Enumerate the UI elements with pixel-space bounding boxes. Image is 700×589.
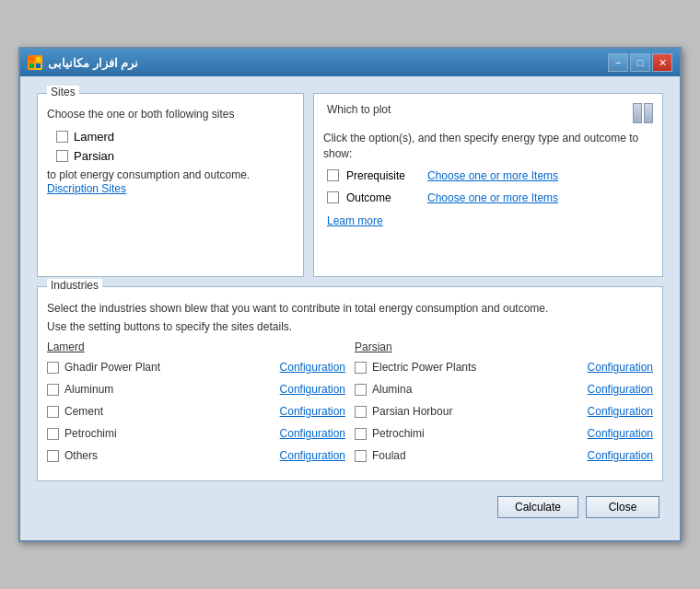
- lamerd-column: Lamerd Ghadir Power Plant Configuration …: [47, 341, 345, 471]
- industries-panel: Industries Select the industries shown b…: [37, 286, 663, 481]
- ghadir-label: Ghadir Power Plant: [64, 361, 274, 374]
- petrochimi-l-label: Petrochimi: [64, 427, 274, 440]
- prerequisite-label: Prerequisite: [346, 169, 420, 182]
- petrochimi-p-config-link[interactable]: Configuration: [588, 427, 653, 440]
- window-body: Sites Choose the one or both following s…: [20, 76, 680, 540]
- list-item: Petrochimi Configuration: [355, 427, 653, 440]
- window-title: نرم افزار مکانیابی: [48, 56, 138, 70]
- sites-footer-text: to plot energy consumption and outcome.: [47, 168, 294, 181]
- parsian-label: Parsian: [74, 149, 114, 163]
- learn-more-link[interactable]: Leam more: [327, 214, 383, 227]
- industries-panel-title: Industries: [47, 279, 102, 292]
- maximize-button[interactable]: □: [630, 53, 650, 72]
- lamerd-checkbox[interactable]: [56, 131, 68, 143]
- discription-sites-link[interactable]: Discription Sites: [47, 182, 126, 195]
- parsian-column: Parsian Electric Power Plants Configurat…: [355, 341, 653, 471]
- icon-bar-2: [644, 103, 653, 123]
- petrochimi-p-label: Petrochimi: [372, 427, 582, 440]
- parsian-column-header: Parsian: [355, 341, 653, 353]
- lamerd-column-header: Lamerd: [47, 341, 345, 353]
- alumina-config-link[interactable]: Configuration: [588, 383, 653, 396]
- prerequisite-link[interactable]: Choose one or more Items: [427, 169, 558, 182]
- aluminum-checkbox[interactable]: [47, 384, 59, 396]
- others-label: Others: [64, 449, 274, 462]
- app-icon: [28, 55, 42, 70]
- harbour-checkbox[interactable]: [355, 406, 367, 418]
- minimize-button[interactable]: −: [608, 53, 628, 72]
- list-item: Ghadir Power Plant Configuration: [47, 361, 345, 374]
- petrochimi-p-checkbox[interactable]: [355, 428, 367, 440]
- industries-desc2: Use the setting buttons to specify the s…: [47, 318, 653, 335]
- petrochimi-l-checkbox[interactable]: [47, 428, 59, 440]
- prerequisite-row: Prerequisite Choose one or more Items: [327, 169, 653, 182]
- others-checkbox[interactable]: [47, 450, 59, 462]
- aluminum-config-link[interactable]: Configuration: [280, 383, 345, 396]
- learn-more-row: Leam more: [327, 214, 653, 227]
- list-item: Alumina Configuration: [355, 383, 653, 396]
- which-panel: Which to plot Click the option(s), and t…: [313, 93, 663, 277]
- bottom-bar: Calculate Close: [37, 491, 663, 524]
- cement-checkbox[interactable]: [47, 406, 59, 418]
- lamerd-row: Lamerd: [56, 130, 294, 144]
- list-item: Foulad Configuration: [355, 449, 653, 462]
- sites-description: Choose the one or both following sites: [47, 107, 294, 122]
- harbour-config-link[interactable]: Configuration: [588, 405, 653, 418]
- list-item: Others Configuration: [47, 449, 345, 462]
- title-bar: نرم افزار مکانیابی − □ ✕: [20, 49, 680, 76]
- window-content: Sites Choose the one or both following s…: [28, 84, 672, 533]
- which-icons: [633, 103, 653, 123]
- alumina-label: Alumina: [372, 383, 582, 396]
- icon-bar-1: [633, 103, 642, 123]
- svg-rect-0: [29, 57, 34, 62]
- list-item: Cement Configuration: [47, 405, 345, 418]
- main-window: نرم افزار مکانیابی − □ ✕ Sites Choose th…: [18, 47, 682, 542]
- harbour-label: Parsian Horbour: [372, 405, 582, 418]
- svg-rect-3: [36, 64, 41, 68]
- prerequisite-checkbox[interactable]: [327, 169, 339, 181]
- electric-checkbox[interactable]: [355, 362, 367, 374]
- title-bar-left: نرم افزار مکانیابی: [28, 55, 138, 70]
- electric-label: Electric Power Plants: [372, 361, 582, 374]
- calculate-button[interactable]: Calculate: [497, 496, 578, 518]
- ghadir-config-link[interactable]: Configuration: [280, 361, 345, 374]
- lamerd-label: Lamerd: [74, 130, 114, 144]
- svg-rect-2: [29, 64, 34, 68]
- electric-config-link[interactable]: Configuration: [588, 361, 653, 374]
- which-panel-title: Which to plot: [323, 103, 394, 116]
- close-window-button[interactable]: ✕: [652, 53, 672, 72]
- industries-desc1: Select the industries shown blew that yo…: [47, 300, 653, 317]
- list-item: Electric Power Plants Configuration: [355, 361, 653, 374]
- title-buttons: − □ ✕: [608, 53, 672, 72]
- which-description: Click the option(s), and then specify en…: [323, 131, 653, 162]
- outcome-link[interactable]: Choose one or more Items: [427, 191, 558, 204]
- aluminum-label: Aluminum: [64, 383, 274, 396]
- alumina-checkbox[interactable]: [355, 384, 367, 396]
- list-item: Aluminum Configuration: [47, 383, 345, 396]
- close-button[interactable]: Close: [586, 496, 659, 518]
- sites-panel-title: Sites: [47, 86, 79, 98]
- foulad-checkbox[interactable]: [355, 450, 367, 462]
- others-config-link[interactable]: Configuration: [280, 449, 345, 462]
- svg-rect-1: [36, 57, 41, 62]
- ghadir-checkbox[interactable]: [47, 362, 59, 374]
- which-plot-header: Which to plot: [323, 103, 653, 123]
- top-row: Sites Choose the one or both following s…: [37, 93, 663, 277]
- list-item: Petrochimi Configuration: [47, 427, 345, 440]
- parsian-checkbox[interactable]: [56, 150, 68, 162]
- outcome-checkbox[interactable]: [327, 191, 339, 203]
- petrochimi-l-config-link[interactable]: Configuration: [280, 427, 345, 440]
- parsian-row: Parsian: [56, 149, 294, 163]
- foulad-config-link[interactable]: Configuration: [588, 449, 653, 462]
- cement-label: Cement: [64, 405, 274, 418]
- outcome-row: Outcome Choose one or more Items: [327, 191, 653, 204]
- list-item: Parsian Horbour Configuration: [355, 405, 653, 418]
- foulad-label: Foulad: [372, 449, 582, 462]
- cement-config-link[interactable]: Configuration: [280, 405, 345, 418]
- sites-panel: Sites Choose the one or both following s…: [37, 93, 304, 277]
- industries-columns: Lamerd Ghadir Power Plant Configuration …: [47, 341, 653, 471]
- outcome-label: Outcome: [346, 191, 420, 204]
